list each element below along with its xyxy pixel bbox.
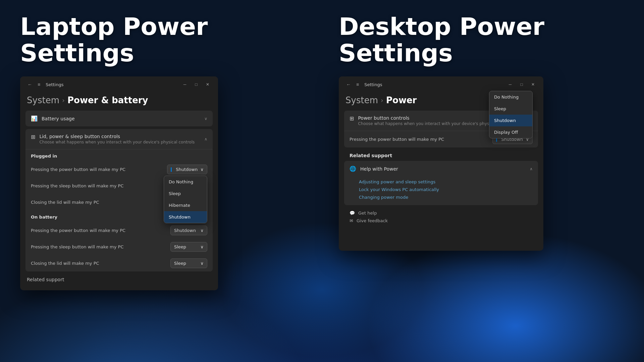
sleep2-chevron-icon: ∨ bbox=[200, 244, 204, 249]
power-btn-battery-value: Shutdown bbox=[174, 228, 196, 233]
lid-battery-value: Sleep bbox=[174, 261, 186, 266]
help-header-left: 🌐 Help with Power bbox=[350, 166, 398, 172]
left-panel: Laptop Power Settings ← ≡ Settings ─ □ ✕ bbox=[0, 0, 322, 362]
breadcrumb-sep-left: › bbox=[62, 96, 65, 104]
sleep-btn-battery-select[interactable]: Sleep ∨ bbox=[170, 242, 207, 252]
maximize-button-left[interactable]: □ bbox=[191, 80, 201, 88]
bottom-links: 💬 Get help ✉ Give feedback bbox=[344, 208, 538, 226]
power-btn-row: Pressing the power button will make my P… bbox=[344, 131, 538, 147]
title-bar-left-controls: ← ≡ Settings bbox=[25, 80, 64, 88]
dropdown-item-hibernate[interactable]: Hibernate bbox=[164, 199, 207, 211]
lid-icon: ⊞ bbox=[31, 134, 35, 140]
back-button-right[interactable]: ← bbox=[344, 80, 353, 88]
help-chevron: ∧ bbox=[530, 167, 533, 171]
title-bar-right-controls: ← ≡ Settings bbox=[344, 80, 382, 88]
window-controls-right: ─ □ ✕ bbox=[505, 80, 538, 88]
close-button-right[interactable]: ✕ bbox=[528, 80, 538, 88]
power-btn-plugged-row: Pressing the power button will make my P… bbox=[25, 161, 213, 178]
chevron-down-icon: ∨ bbox=[200, 167, 204, 172]
lid-power-header-left: ⊞ Lid, power & sleep button controls Cho… bbox=[31, 134, 195, 144]
right-dropdown-do-nothing[interactable]: Do Nothing bbox=[489, 91, 532, 103]
power-btn-plugged-label: Pressing the power button will make my P… bbox=[31, 167, 125, 172]
battery-usage-left: 📊 Battery usage bbox=[31, 115, 75, 122]
nav-buttons-right: ← ≡ bbox=[344, 80, 361, 88]
breadcrumb-left: System › Power & battery bbox=[20, 93, 218, 111]
plugged-in-title: Plugged in bbox=[25, 149, 213, 161]
pbc-text: Power button controls Choose what happen… bbox=[358, 115, 510, 126]
battery-usage-row[interactable]: 📊 Battery usage ∨ bbox=[25, 111, 213, 126]
window-controls-left: ─ □ ✕ bbox=[180, 80, 213, 88]
help-header[interactable]: 🌐 Help with Power ∧ bbox=[344, 161, 538, 177]
right-panel-title: Desktop Power Settings bbox=[339, 13, 644, 66]
app-title-left: Settings bbox=[46, 82, 63, 87]
battery-chevron: ∨ bbox=[204, 116, 207, 121]
lid-battery-select[interactable]: Sleep ∨ bbox=[170, 258, 207, 268]
lid-power-title: Lid, power & sleep button controls bbox=[39, 134, 195, 139]
sleep-btn-battery-value: Sleep bbox=[174, 244, 186, 249]
help-title: Help with Power bbox=[360, 166, 398, 172]
dropdown-item-shutdown[interactable]: Shutdown bbox=[164, 211, 207, 223]
dropdown-item-do-nothing[interactable]: Do Nothing bbox=[164, 176, 207, 188]
get-help-icon: 💬 bbox=[350, 210, 355, 216]
breadcrumb-parent-right[interactable]: System bbox=[345, 95, 378, 105]
right-dropdown-sleep[interactable]: Sleep bbox=[489, 103, 532, 115]
help-link-2[interactable]: Changing power mode bbox=[359, 193, 533, 201]
breadcrumb-sep-right: › bbox=[381, 96, 383, 104]
get-help-label: Get help bbox=[358, 210, 377, 216]
close-button-left[interactable]: ✕ bbox=[203, 80, 213, 88]
help-link-1[interactable]: Lock your Windows PC automatically bbox=[359, 186, 533, 193]
lid-chevron: ∧ bbox=[204, 137, 207, 141]
left-panel-title: Laptop Power Settings bbox=[20, 13, 322, 66]
right-panel: Desktop Power Settings ← ≡ Settings ─ □ … bbox=[322, 0, 644, 362]
breadcrumb-parent-left[interactable]: System bbox=[27, 95, 59, 105]
give-feedback-link[interactable]: ✉ Give feedback bbox=[350, 218, 533, 223]
power-btn-battery-row: Pressing the power button will make my P… bbox=[25, 222, 213, 239]
lid-power-subtitle: Choose what happens when you interact wi… bbox=[39, 140, 195, 144]
accent-bar bbox=[171, 167, 172, 172]
lid-battery-row: Closing the lid will make my PC Sleep ∨ bbox=[25, 255, 213, 272]
lid-power-text: Lid, power & sleep button controls Choos… bbox=[39, 134, 195, 144]
desktop-settings-window: ← ≡ Settings ─ □ ✕ System › Power bbox=[339, 76, 543, 251]
dropdown-item-sleep[interactable]: Sleep bbox=[164, 188, 207, 199]
sleep-btn-battery-row: Pressing the sleep button will make my P… bbox=[25, 239, 213, 255]
get-help-link[interactable]: 💬 Get help bbox=[350, 210, 533, 216]
minimize-button-right[interactable]: ─ bbox=[505, 80, 515, 88]
right-dropdown-shutdown[interactable]: Shutdown bbox=[489, 115, 532, 126]
nav-buttons: ← ≡ bbox=[25, 80, 42, 88]
power-chevron-icon: ∨ bbox=[200, 228, 204, 233]
menu-button-right[interactable]: ≡ bbox=[354, 80, 361, 88]
minimize-button-left[interactable]: ─ bbox=[180, 80, 190, 88]
settings-body-left: 📊 Battery usage ∨ ⊞ Lid, power & sleep b… bbox=[20, 111, 218, 290]
lid-power-section: ⊞ Lid, power & sleep button controls Cho… bbox=[25, 129, 213, 272]
power-btn-dropdown-container: Shutdown ∨ Do Nothing Sleep Hibernate Sh… bbox=[167, 165, 207, 174]
breadcrumb-current-right: Power bbox=[386, 95, 417, 105]
give-feedback-label: Give feedback bbox=[357, 218, 388, 223]
sleep-btn-battery-label: Pressing the sleep button will make my P… bbox=[31, 244, 124, 249]
power-btn-battery-select[interactable]: Shutdown ∨ bbox=[170, 226, 207, 235]
battery-usage-label: Battery usage bbox=[42, 116, 75, 121]
back-button-left[interactable]: ← bbox=[25, 80, 34, 88]
help-link-0[interactable]: Adjusting power and sleep settings bbox=[359, 178, 533, 186]
title-bar-left: ← ≡ Settings ─ □ ✕ bbox=[20, 76, 218, 93]
help-section: 🌐 Help with Power ∧ Adjusting power and … bbox=[344, 161, 538, 205]
pbc-icon: ⊞ bbox=[350, 115, 354, 122]
related-support-left: Related support bbox=[25, 274, 213, 285]
sleep-btn-plugged-label: Pressing the sleep button will make my P… bbox=[31, 183, 124, 188]
lid-battery-label: Closing the lid will make my PC bbox=[31, 261, 99, 266]
settings-body-right: ⊞ Power button controls Choose what happ… bbox=[339, 111, 543, 231]
give-feedback-icon: ✉ bbox=[350, 218, 353, 223]
main-content: Laptop Power Settings ← ≡ Settings ─ □ ✕ bbox=[0, 0, 644, 362]
power-button-controls-section: ⊞ Power button controls Choose what happ… bbox=[344, 111, 538, 147]
power-btn-selected[interactable]: Shutdown ∨ bbox=[167, 165, 207, 174]
help-links: Adjusting power and sleep settings Lock … bbox=[344, 177, 538, 205]
power-btn-value: Shutdown bbox=[176, 167, 198, 172]
right-dropdown-display-off[interactable]: Display Off bbox=[489, 126, 532, 138]
related-support-title: Related support bbox=[344, 153, 538, 161]
power-btn-dropdown-menu: Do Nothing Sleep Hibernate Shutdown bbox=[164, 176, 207, 223]
title-bar-right: ← ≡ Settings ─ □ ✕ bbox=[339, 76, 543, 93]
power-btn-row-label: Pressing the power button will make my P… bbox=[350, 137, 444, 142]
menu-button-left[interactable]: ≡ bbox=[36, 80, 42, 88]
maximize-button-right[interactable]: □ bbox=[517, 80, 527, 88]
power-btn-battery-label: Pressing the power button will make my P… bbox=[31, 228, 125, 233]
right-dropdown-container: Shutdown ∨ Do Nothing Sleep Shutdown Dis… bbox=[492, 134, 533, 144]
